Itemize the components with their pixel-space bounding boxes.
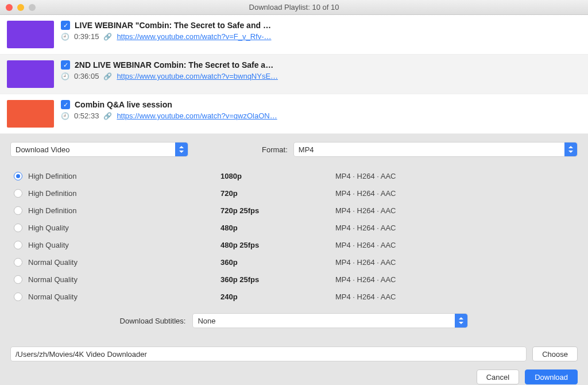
quality-row[interactable]: Normal Quality360pMP4 · H264 · AAC [14,253,574,271]
video-thumbnail [7,100,54,128]
quality-row[interactable]: Normal Quality360p 25fpsMP4 · H264 · AAC [14,271,574,288]
video-row[interactable]: ✓2ND LIVE WEBINAR Combin: The Secret to … [0,55,588,94]
video-duration: 0:36:05 [74,72,99,80]
quality-resolution: 720p 25fps [220,206,335,215]
save-path-row: /Users/zh/Movies/4K Video Downloader Cho… [0,334,588,361]
quality-resolution: 720p [220,189,335,198]
quality-row[interactable]: High Quality480p 25fpsMP4 · H264 · AAC [14,236,574,253]
quality-codecs: MP4 · H264 · AAC [335,258,574,267]
format-value: MP4 [299,145,314,154]
chevron-updown-icon [175,143,188,156]
radio-icon[interactable] [14,258,22,267]
video-url[interactable]: https://www.youtube.com/watch?v=qwzOlaON… [117,111,277,120]
clock-icon: 🕘 [61,33,69,41]
video-row[interactable]: ✓LIVE WEBINAR "Combin: The Secret to Saf… [0,15,588,55]
cancel-button[interactable]: Cancel [477,369,519,384]
quality-resolution: 480p 25fps [220,241,335,249]
checkbox-icon[interactable]: ✓ [61,60,70,70]
radio-icon[interactable] [14,172,22,180]
controls-panel: Download Video Format: MP4 High Definiti… [0,134,588,328]
video-title: 2ND LIVE WEBINAR Combin: The Secret to S… [75,60,273,70]
quality-label: Normal Quality [14,258,220,267]
video-thumbnail [7,21,54,48]
quality-row[interactable]: High Quality480pMP4 · H264 · AAC [14,219,574,236]
video-list: ✓LIVE WEBINAR "Combin: The Secret to Saf… [0,15,588,134]
checkbox-icon[interactable]: ✓ [61,100,70,109]
subtitles-label: Download Subtitles: [120,317,186,325]
download-button[interactable]: Download [525,369,578,384]
quality-label: Normal Quality [14,275,220,284]
quality-codecs: MP4 · H264 · AAC [335,189,574,198]
link-icon: 🔗 [103,112,112,120]
link-icon: 🔗 [103,72,112,80]
save-path-input[interactable]: /Users/zh/Movies/4K Video Downloader [10,346,527,361]
radio-icon[interactable] [14,189,22,198]
video-row[interactable]: ✓Combin Q&A live session🕘0:52:33🔗https:/… [0,94,588,134]
save-path-value: /Users/zh/Movies/4K Video Downloader [16,350,147,359]
chevron-updown-icon [455,314,467,328]
video-body: ✓Combin Q&A live session🕘0:52:33🔗https:/… [61,100,581,120]
quality-row[interactable]: Normal Quality240pMP4 · H264 · AAC [14,288,574,305]
titlebar: Download Playlist: 10 of 10 [0,0,588,15]
quality-label: High Definition [14,172,220,180]
quality-codecs: MP4 · H264 · AAC [335,172,574,180]
radio-icon[interactable] [14,241,22,249]
quality-label: High Definition [14,189,220,198]
quality-row[interactable]: High Definition720p 25fpsMP4 · H264 · AA… [14,202,574,219]
footer: Cancel Download [0,361,588,385]
quality-codecs: MP4 · H264 · AAC [335,224,574,232]
link-icon: 🔗 [103,33,112,41]
choose-button[interactable]: Choose [532,346,578,361]
quality-row[interactable]: High Definition720pMP4 · H264 · AAC [14,184,574,202]
quality-label: High Quality [14,241,220,249]
video-title: LIVE WEBINAR "Combin: The Secret to Safe… [75,21,271,30]
window-title: Download Playlist: 10 of 10 [0,3,588,11]
quality-label: Normal Quality [14,292,220,301]
quality-resolution: 480p [220,224,335,232]
clock-icon: 🕘 [61,112,69,120]
quality-codecs: MP4 · H264 · AAC [335,206,574,215]
video-body: ✓LIVE WEBINAR "Combin: The Secret to Saf… [61,21,581,41]
quality-resolution: 360p [220,258,335,267]
format-label: Format: [262,145,288,154]
video-body: ✓2ND LIVE WEBINAR Combin: The Secret to … [61,60,581,80]
radio-icon[interactable] [14,275,22,284]
quality-row[interactable]: High Definition1080pMP4 · H264 · AAC [14,167,574,184]
video-thumbnail [7,60,54,88]
video-url[interactable]: https://www.youtube.com/watch?v=bwnqNYsE… [117,72,278,80]
subtitles-value: None [198,317,215,325]
video-duration: 0:39:15 [74,32,99,41]
checkbox-icon[interactable]: ✓ [61,21,70,30]
quality-label: High Quality [14,224,220,232]
clock-icon: 🕘 [61,72,69,80]
quality-codecs: MP4 · H264 · AAC [335,292,574,301]
subtitles-select[interactable]: None [192,313,468,328]
radio-icon[interactable] [14,224,22,232]
mode-select[interactable]: Download Video [10,142,188,157]
chevron-updown-icon [564,143,577,156]
format-select[interactable]: MP4 [293,142,578,157]
quality-label: High Definition [14,206,220,215]
quality-resolution: 360p 25fps [220,275,335,284]
radio-icon[interactable] [14,206,22,215]
quality-codecs: MP4 · H264 · AAC [335,241,574,249]
mode-value: Download Video [16,145,69,154]
quality-resolution: 1080p [220,172,335,180]
quality-list: High Definition1080pMP4 · H264 · AACHigh… [10,165,578,311]
quality-resolution: 240p [220,292,335,301]
video-title: Combin Q&A live session [75,100,172,109]
radio-icon[interactable] [14,292,22,301]
video-duration: 0:52:33 [74,111,99,120]
quality-codecs: MP4 · H264 · AAC [335,275,574,284]
video-url[interactable]: https://www.youtube.com/watch?v=F_v_Rfv-… [117,32,271,41]
